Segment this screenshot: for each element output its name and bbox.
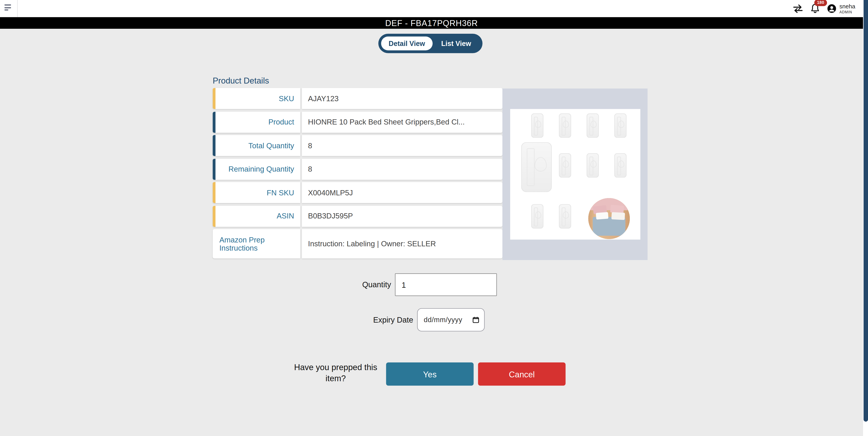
row-label: Amazon Prep Instructions — [213, 229, 300, 259]
tab-list-view[interactable]: List View — [433, 40, 480, 47]
table-row: Total Quantity8 — [213, 135, 502, 156]
table-row: ProductHIONRE 10 Pack Bed Sheet Grippers… — [213, 111, 502, 133]
yes-button[interactable]: Yes — [386, 362, 474, 386]
product-details-table: SKUAJAY123ProductHIONRE 10 Pack Bed Shee… — [213, 88, 502, 259]
user-name: sneha — [839, 3, 855, 10]
row-label: Remaining Quantity — [213, 159, 300, 179]
quantity-label: Quantity — [308, 273, 391, 296]
row-label: Total Quantity — [213, 135, 300, 156]
product-image — [510, 109, 640, 240]
product-details-heading: Product Details — [213, 76, 269, 85]
row-label: ASIN — [213, 206, 300, 227]
table-row: Remaining Quantity8 — [213, 159, 502, 179]
scrollbar-thumb[interactable] — [863, 0, 868, 422]
hamburger-menu-icon[interactable] — [4, 4, 12, 11]
row-value: 8 — [302, 159, 502, 179]
table-row: SKUAJAY123 — [213, 88, 502, 109]
header-divider — [17, 0, 18, 17]
vertical-scrollbar[interactable] — [863, 0, 868, 436]
tab-detail-view[interactable]: Detail View — [381, 36, 433, 50]
table-row: ASINB0B3DJ595P — [213, 206, 502, 227]
notifications-bell[interactable]: 180 — [811, 3, 820, 15]
view-toggle: Detail View List View — [378, 34, 483, 53]
expiry-date-input[interactable]: dd/mm/yyyy — [417, 308, 485, 331]
shipment-title: DEF - FBA17PQRH36R — [385, 18, 478, 28]
row-label: FN SKU — [213, 182, 300, 203]
avatar-icon — [827, 4, 837, 13]
row-label: SKU — [213, 88, 300, 109]
transfer-arrows-icon[interactable] — [793, 4, 803, 13]
prep-prompt: Have you prepped this item? — [288, 362, 383, 384]
product-image-panel — [502, 89, 648, 260]
table-row: Amazon Prep InstructionsInstruction: Lab… — [213, 229, 502, 259]
row-value: Instruction: Labeling | Owner: SELLER — [302, 229, 502, 259]
user-menu[interactable]: sneha ADMIN — [827, 3, 855, 14]
table-row: FN SKUX0040MLP5J — [213, 182, 502, 203]
row-value: HIONRE 10 Pack Bed Sheet Grippers,Bed Cl… — [302, 111, 502, 133]
row-label: Product — [213, 111, 300, 133]
bed-photo-inset — [588, 198, 630, 239]
cancel-button[interactable]: Cancel — [478, 362, 565, 386]
app-viewport: 180 sneha ADMIN DEF - FBA17PQRH36R Detai… — [0, 0, 868, 436]
calendar-icon[interactable] — [472, 316, 479, 323]
row-value: AJAY123 — [302, 88, 502, 109]
expiry-date-label: Expiry Date — [330, 308, 413, 331]
notification-count-badge: 180 — [814, 0, 827, 6]
quantity-input[interactable] — [395, 273, 497, 296]
shipment-title-bar: DEF - FBA17PQRH36R — [0, 17, 863, 29]
row-value: B0B3DJ595P — [302, 206, 502, 227]
row-value: X0040MLP5J — [302, 182, 502, 203]
date-placeholder: dd/mm/yyyy — [424, 316, 472, 324]
user-role: ADMIN — [839, 10, 855, 13]
top-header: 180 sneha ADMIN — [0, 0, 863, 17]
row-value: 8 — [302, 135, 502, 156]
